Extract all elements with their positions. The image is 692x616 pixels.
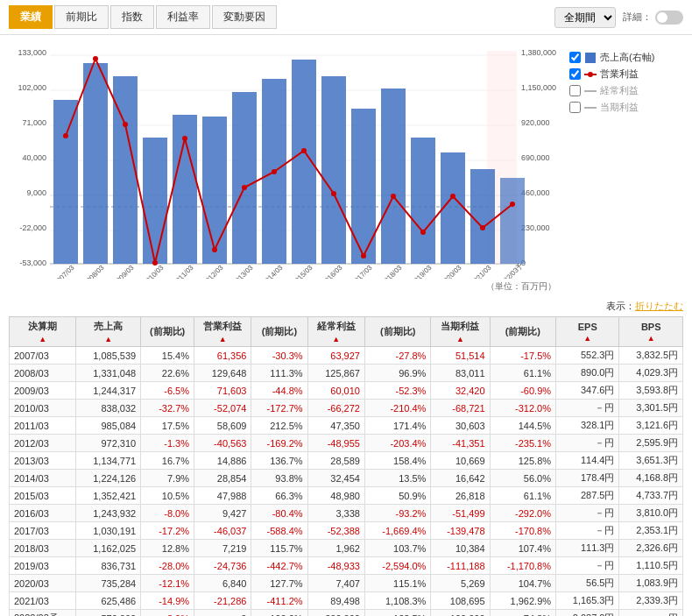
table-cell: -30.3%: [251, 347, 307, 365]
svg-text:2017/03: 2017/03: [350, 263, 374, 279]
table-cell: -52.3%: [364, 382, 430, 400]
table-cell: 13.5%: [364, 470, 430, 487]
table-cell-period: 2017/03: [10, 522, 76, 540]
legend-item-keijo[interactable]: 経常利益: [569, 84, 683, 97]
legend-item-touki[interactable]: 当期利益: [569, 101, 683, 114]
table-cell: 2,595.9円: [619, 435, 683, 452]
legend-cb-touki[interactable]: [569, 102, 581, 113]
table-cell: －円: [619, 610, 683, 617]
svg-rect-38: [500, 178, 525, 264]
table-cell: 1,243,932: [76, 505, 141, 522]
table-cell: -68,721: [431, 400, 490, 417]
tab-shisu[interactable]: 指数: [110, 5, 154, 29]
table-cell: 1,352,421: [76, 487, 141, 505]
col-eigyo[interactable]: 営業利益▲: [194, 317, 251, 347]
table-cell: 47,350: [307, 417, 364, 435]
legend-item-eigyo[interactable]: 営業利益: [569, 67, 683, 81]
col-touki[interactable]: 当期利益▲: [431, 317, 490, 347]
table-cell: 103.7%: [364, 540, 430, 557]
legend-cb-keijo[interactable]: [569, 85, 581, 96]
unit-label: （単位：百万円）: [9, 280, 561, 293]
detail-toggle[interactable]: [655, 11, 683, 25]
table-cell: 171.4%: [364, 417, 430, 435]
svg-point-50: [391, 194, 396, 199]
tab-gyoseki[interactable]: 業績: [9, 5, 53, 29]
table-cell-period: 2008/03: [10, 365, 76, 382]
table-cell: -203.4%: [364, 435, 430, 452]
table-cell: 22.6%: [141, 365, 194, 382]
table-cell: 114.4円: [556, 452, 619, 470]
table-cell: 6,840: [194, 575, 251, 592]
table-cell: －円: [556, 435, 619, 452]
table-cell: 158.4%: [364, 452, 430, 470]
table-cell: 136.7%: [251, 452, 307, 470]
table-cell: -48,933: [307, 557, 364, 575]
legend-item-uriage[interactable]: 売上高(右軸): [569, 51, 683, 64]
col-bps[interactable]: BPS▲: [619, 317, 683, 347]
table-cell: 3,301.5円: [619, 400, 683, 417]
table-cell: 836,731: [76, 557, 141, 575]
legend-cb-uriage[interactable]: [569, 52, 581, 63]
svg-text:2008/03: 2008/03: [82, 263, 106, 279]
svg-rect-37: [470, 169, 495, 264]
table-cell: -12.1%: [141, 575, 194, 592]
table-cell: 83,011: [431, 365, 490, 382]
svg-rect-24: [83, 63, 108, 264]
col-eps[interactable]: EPS▲: [556, 317, 619, 347]
table-cell-period: 2013/03: [10, 452, 76, 470]
table-cell: 890.0円: [556, 365, 619, 382]
table-cell: 1,108.3%: [364, 592, 430, 610]
table-cell: 100.0%: [251, 610, 307, 617]
svg-text:2019/03: 2019/03: [410, 263, 434, 279]
table-cell: -235.1%: [490, 435, 555, 452]
table-cell: -52,388: [307, 522, 364, 540]
svg-point-49: [361, 253, 366, 258]
legend-label-eigyo: 営業利益: [600, 67, 639, 81]
table-cell: 2,339.3円: [619, 592, 683, 610]
table-cell: 838,032: [76, 400, 141, 417]
table-cell: -17.2%: [141, 522, 194, 540]
svg-text:2009/03: 2009/03: [112, 263, 136, 279]
table-cell: -27.8%: [364, 347, 430, 365]
table-cell: 287.5円: [556, 487, 619, 505]
table-cell: 15.4%: [141, 347, 194, 365]
table-cell-period: 2020/03: [10, 575, 76, 592]
table-cell: 212.5%: [251, 417, 307, 435]
table-cell: 30,603: [431, 417, 490, 435]
tab-zenki[interactable]: 前期比: [54, 5, 109, 29]
table-cell: 71,603: [194, 382, 251, 400]
table-cell: 63,927: [307, 347, 364, 365]
table-cell: 1,244,317: [76, 382, 141, 400]
table-cell: -14.9%: [141, 592, 194, 610]
table-cell-period: 2018/03: [10, 540, 76, 557]
period-select[interactable]: 全期間 5年 10年: [554, 7, 616, 28]
table-cell: 4,029.3円: [619, 365, 683, 382]
col-keijo-yoy: (前期比): [364, 317, 430, 347]
table-cell: 190,000: [431, 610, 490, 617]
svg-point-46: [272, 169, 277, 174]
svg-text:690,000: 690,000: [521, 153, 550, 162]
svg-rect-28: [202, 117, 227, 264]
svg-text:460,000: 460,000: [521, 188, 550, 197]
svg-text:2013/03: 2013/03: [231, 263, 255, 279]
table-cell: -1,170.8%: [490, 557, 555, 575]
tab-rieki[interactable]: 利益率: [156, 5, 210, 29]
legend-cb-eigyo[interactable]: [569, 68, 581, 80]
fold-button[interactable]: 折りたたむ: [635, 300, 683, 313]
svg-point-42: [152, 260, 158, 266]
legend-label-uriage: 売上高(右軸): [600, 51, 654, 64]
svg-text:1,150,000: 1,150,000: [521, 83, 556, 92]
col-uriage[interactable]: 売上高▲: [76, 317, 141, 347]
col-period[interactable]: 決算期▲: [10, 317, 76, 347]
tab-hendo[interactable]: 変動要因: [212, 5, 277, 29]
table-cell: 3,810.0円: [619, 505, 683, 522]
svg-point-51: [420, 230, 426, 235]
table-section: 表示： 折りたたむ 決算期▲ 売上高▲ (前期比) 営業利益▲ (前期比) 経常…: [0, 296, 692, 616]
table-cell: -66,272: [307, 400, 364, 417]
table-cell: -32.7%: [141, 400, 194, 417]
table-cell: 2,353.1円: [619, 522, 683, 540]
svg-rect-23: [53, 100, 78, 264]
table-cell: 48,980: [307, 487, 364, 505]
svg-point-45: [242, 185, 247, 190]
col-keijo[interactable]: 経常利益▲: [307, 317, 364, 347]
